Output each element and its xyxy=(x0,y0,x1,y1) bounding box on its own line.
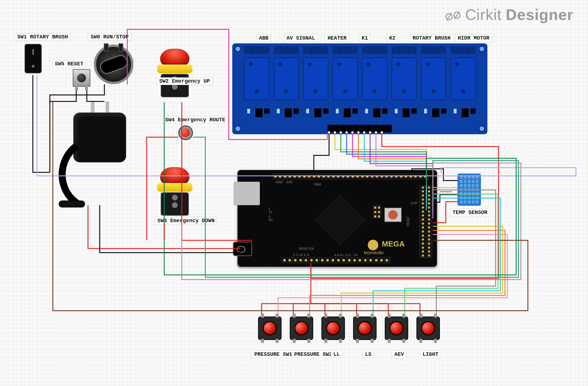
relay-lbl-1: AV SIGNAL xyxy=(284,34,318,42)
mcu-chip xyxy=(315,195,365,245)
power-adapter[interactable] xyxy=(62,113,129,189)
circuit-canvas[interactable]: ⌀⌀ Cirkit Designer SW1 ROTARY BRUSH SW5 … xyxy=(0,0,588,386)
header-right-2x18 xyxy=(419,185,432,258)
keyestudio-logo-icon xyxy=(368,240,378,250)
btn-pressure-sw2[interactable] xyxy=(290,317,313,340)
header-top xyxy=(273,174,428,179)
btn-ll[interactable] xyxy=(321,317,345,340)
btn-pressure-sw1[interactable] xyxy=(258,317,282,340)
btn-lbl-2: LL xyxy=(331,351,343,358)
sw2-emergency-up[interactable] xyxy=(157,49,192,97)
label-sw3: SW3 Emergency DOWN xyxy=(155,217,217,225)
brand-logo-icon: ⌀⌀ xyxy=(443,5,462,24)
relay-lbl-5: ROTARY BRUSH xyxy=(410,34,453,42)
sw5-reset-button[interactable] xyxy=(73,69,90,87)
header-bottom xyxy=(282,257,390,263)
mega-vendor: keyestudio xyxy=(364,250,384,255)
label-sw5: SW5 RESET xyxy=(52,60,86,68)
sw0-rotary-selector[interactable] xyxy=(94,45,133,84)
reset-button[interactable] xyxy=(384,208,402,222)
temp-sensor-pins xyxy=(446,185,447,197)
brand-watermark: ⌀⌀ Cirkit Designer xyxy=(445,6,573,23)
relay-pin-header xyxy=(328,125,392,132)
sw4-emergency-route[interactable] xyxy=(178,125,193,140)
relay-lbl-0: ABB xyxy=(256,34,271,42)
brand-name: Cirkit xyxy=(465,6,501,23)
btn-lbl-5: LIGHT xyxy=(420,351,441,358)
temp-sensor-dht[interactable] xyxy=(457,174,481,206)
btn-ls[interactable] xyxy=(353,317,377,340)
relay-module-8ch[interactable] xyxy=(232,43,487,134)
relay-lbl-3: K1 xyxy=(359,34,371,42)
dc-barrel-jack xyxy=(233,242,252,256)
usb-port xyxy=(233,182,260,205)
relay-lbl-6: HIDR MOTOR xyxy=(455,34,492,42)
sw1-rocker-switch[interactable] xyxy=(25,44,42,73)
mega-brand-text: MEGA xyxy=(382,239,405,249)
label-temp: TEMP SENSOR xyxy=(450,209,490,216)
btn-aev[interactable] xyxy=(385,317,408,340)
btn-lbl-4: AEV xyxy=(392,351,406,358)
btn-lbl-1: PRESSURE SW2 xyxy=(292,351,335,358)
btn-light[interactable] xyxy=(416,317,440,340)
sw3-emergency-down[interactable] xyxy=(157,167,192,216)
btn-lbl-0: PRESSURE SW1 xyxy=(252,351,295,358)
label-sw0: SW0 RUN/STOP xyxy=(88,33,131,41)
btn-lbl-3: LS xyxy=(362,351,374,358)
label-sw4: SW4 Emergency ROUTE xyxy=(162,116,228,124)
relay-lbl-2: HEATER xyxy=(325,34,349,42)
relay-lbl-4: K2 xyxy=(387,34,398,42)
brand-suffix: Designer xyxy=(506,6,573,23)
label-sw1: SW1 ROTARY BRUSH xyxy=(15,33,71,41)
icsp-header xyxy=(373,205,381,218)
arduino-mega[interactable]: MEGA keyestudio AREF GND PWM 1TX 0RX ICS… xyxy=(238,170,437,267)
label-sw2: SW2 Emergency UP xyxy=(157,77,213,85)
